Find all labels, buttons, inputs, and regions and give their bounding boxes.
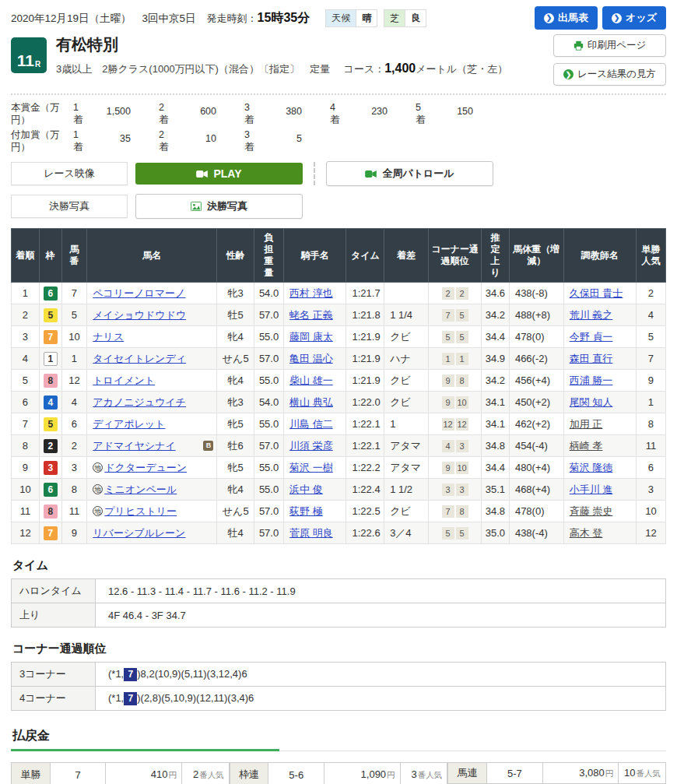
trainer-cell: 森田 直行 [563, 348, 636, 370]
win-ninki: 4 [636, 304, 665, 326]
bet-combo: 7 [50, 763, 106, 784]
play-button[interactable]: PLAY [135, 163, 303, 185]
jockey-cell: 蛯名 正義 [284, 304, 346, 326]
play-button-label: PLAY [213, 167, 241, 180]
odds-button[interactable]: ❯ オッズ [602, 6, 666, 30]
finish-time: 1:22.4 [346, 479, 384, 501]
horse-name-link[interactable]: トロイメント [93, 374, 155, 386]
horse-name-cell: ペコリーノロマーノ [87, 283, 217, 304]
col-header-corner-order: コーナー通過順位 [429, 229, 482, 283]
trainer-link[interactable]: 今野 貞一 [570, 331, 613, 343]
trainer-cell: 荒川 義之 [563, 304, 636, 326]
bet-type: 枠連 [230, 763, 268, 784]
sex-age: 牝5 [217, 413, 254, 435]
payout-table-right: 馬連 5-7 3,080円 10番人気 馬単 7-5 5,310円 15番人気 … [447, 762, 666, 784]
trainer-link[interactable]: 斉藤 崇史 [570, 505, 613, 517]
trainer-link[interactable]: 高木 登 [570, 527, 603, 539]
horse-name-link[interactable]: タイセイトレンディ [93, 353, 186, 364]
margin: 1 1/2 [384, 479, 429, 501]
race-utility-buttons: 印刷用ページ ❯ レース結果の見方 [553, 34, 666, 86]
prize-value: 5 [258, 128, 313, 150]
result-guide-button[interactable]: ❯ レース結果の見方 [553, 63, 666, 86]
horse-name-link[interactable]: メイショウドウドウ [93, 309, 186, 321]
video-camera-icon [196, 170, 208, 178]
trainer-link[interactable]: 久保田 貴士 [570, 287, 623, 299]
weather-value-badge: 晴 [356, 9, 377, 27]
horse-name-link[interactable]: アカノニジュウイチ [93, 396, 186, 408]
sex-age: 牝4 [217, 370, 254, 392]
jockey-link[interactable]: 浜中 俊 [289, 483, 323, 495]
horse-number: 6 [61, 413, 87, 435]
trainer-link[interactable]: 小手川 進 [570, 483, 613, 495]
trainer-link[interactable]: 西浦 勝一 [570, 374, 613, 386]
win-ninki: 12 [636, 522, 665, 544]
agari-value: 4F 46.4 - 3F 34.7 [96, 603, 666, 628]
print-page-button[interactable]: 印刷用ページ [553, 34, 666, 57]
horse-name-cell: タイセイトレンディ [87, 348, 217, 370]
sex-age: 牝5 [217, 457, 254, 479]
trainer-link[interactable]: 荒川 義之 [570, 309, 613, 321]
race-meta-line: 2020年12月19日（土曜） 3回中京5日 発走時刻：15時35分 天候 晴 … [11, 6, 426, 27]
horse-name-link[interactable]: ペコリーノロマーノ [93, 287, 185, 299]
trainer-link[interactable]: 尾関 知人 [570, 396, 613, 408]
payout-table-left: 単勝 7 410円 2番人気 複勝 7 250円 2番人気 5 630円 4番人… [11, 762, 230, 784]
jockey-link[interactable]: 蛯名 正義 [289, 309, 333, 321]
photo-row: 決勝写真 決勝写真 [11, 194, 666, 219]
trainer-link[interactable]: 加用 正 [570, 418, 603, 430]
trainer-link[interactable]: 菊沢 隆徳 [570, 462, 613, 473]
load-weight: 57.0 [254, 501, 284, 522]
condition-badges: 天候 晴 芝 良 [325, 9, 426, 27]
trainer-link[interactable]: 森田 直行 [570, 353, 613, 364]
horse-name-link[interactable]: ドクターデューン [104, 462, 187, 473]
horse-number: 1 [61, 348, 87, 370]
body-weight: 438(-8) [509, 283, 563, 304]
horse-name-link[interactable]: アドマイヤシナイ [93, 440, 175, 452]
jockey-link[interactable]: 荻野 極 [289, 505, 323, 517]
bet-ninki: 3番人気 [400, 763, 447, 784]
load-weight: 57.0 [254, 435, 284, 457]
waku-badge: 8 [44, 374, 58, 388]
patrol-video-button[interactable]: 全周パトロール [326, 161, 493, 186]
finish-position: 10 [12, 479, 40, 501]
horse-name-link[interactable]: リバーシブルレーン [93, 527, 185, 539]
corner4-value: (*1,7)(2,8)(5,10,9)(12,11)(3,4)6 [96, 687, 666, 711]
horse-name-link[interactable]: ミニオンペール [104, 483, 177, 495]
payout-heading: 払戻金 [12, 728, 666, 751]
horse-name-link[interactable]: プリヒストリー [104, 505, 177, 517]
finish-photo-button[interactable]: 決勝写真 [135, 194, 303, 219]
horse-number: 2 [61, 435, 87, 457]
waku-badge: 6 [44, 287, 58, 301]
horse-name-link[interactable]: ディアポレット [93, 418, 165, 430]
horse-name-cell: ナリス [87, 326, 217, 348]
shutsuba-button[interactable]: ❯ 出馬表 [535, 6, 598, 30]
bet-ninki: 2番人気 [181, 763, 229, 784]
corner-4-position: 8 [456, 374, 468, 387]
body-weight: 478(0) [509, 501, 563, 522]
corner-order-cell: 22 [429, 283, 482, 304]
jockey-link[interactable]: 藤岡 康太 [289, 331, 333, 343]
jockey-link[interactable]: 亀田 温心 [289, 353, 333, 364]
result-row: 1 6 7 ペコリーノロマーノ 牝3 54.0 西村 淳也 1:21.7 22 … [12, 283, 666, 304]
jockey-link[interactable]: 菅原 明良 [289, 527, 333, 539]
body-weight: 488(+8) [509, 304, 563, 326]
top-right-buttons: ❯ 出馬表 ❯ オッズ [535, 6, 666, 30]
trainer-link[interactable]: 柄崎 孝 [570, 440, 603, 452]
jockey-link[interactable]: 菊沢 一樹 [289, 462, 333, 473]
jockey-link[interactable]: 柴山 雄一 [289, 374, 333, 386]
race-title-left: 11R 有松特別 3歳以上 2勝クラス(1000万円以下)（混合）〔指定〕 定量… [11, 34, 507, 86]
corner-order-cell: 75 [429, 304, 482, 326]
jockey-link[interactable]: 西村 淳也 [289, 287, 333, 299]
jockey-link[interactable]: 横山 典弘 [289, 396, 333, 408]
horse-name-link[interactable]: ナリス [93, 331, 124, 343]
jockey-cell: 菊沢 一樹 [284, 457, 346, 479]
result-row: 4 1 1 タイセイトレンディ せん5 57.0 亀田 温心 1:21.9 ハナ… [12, 348, 666, 370]
load-weight: 55.0 [254, 370, 284, 392]
corner-3-position: 5 [442, 527, 454, 540]
waku-badge: 7 [44, 526, 58, 540]
result-guide-label: レース結果の見方 [577, 68, 656, 81]
finish-position: 11 [12, 501, 40, 522]
jockey-link[interactable]: 川須 栄彦 [289, 440, 333, 452]
horse-name-cell: 地ドクターデューン [87, 457, 217, 479]
last3f-time: 34.2 [481, 370, 509, 392]
jockey-link[interactable]: 川島 信二 [289, 418, 333, 430]
